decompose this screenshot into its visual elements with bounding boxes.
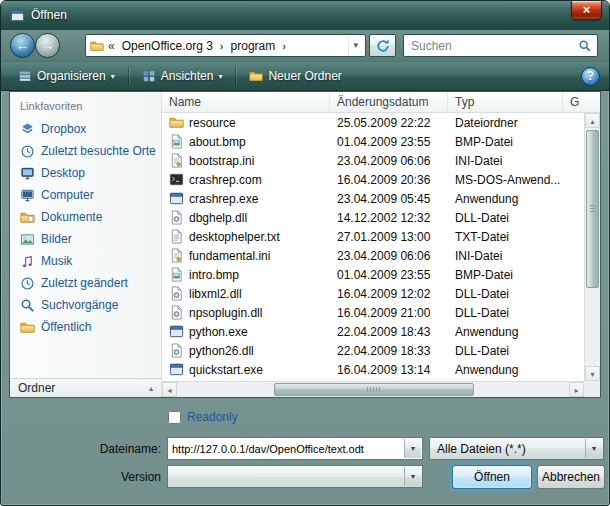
close-button[interactable]: ×	[571, 1, 602, 20]
cancel-button[interactable]: Abbrechen	[537, 465, 605, 489]
file-date: 16.04.2009 13:14	[330, 363, 448, 377]
file-name-cell: quickstart.exe	[162, 362, 330, 377]
file-row[interactable]: intro.bmp 01.04.2009 23:55 BMP-Datei	[162, 265, 584, 284]
ini-file-icon	[169, 153, 184, 168]
file-row[interactable]: python.exe 22.04.2009 18:43 Anwendung	[162, 322, 584, 341]
file-name: python26.dll	[189, 344, 254, 358]
scroll-left-arrow-icon[interactable]: ◂	[162, 382, 177, 397]
dll-file-icon	[169, 210, 184, 225]
file-row[interactable]: crashrep.com 16.04.2009 20:36 MS-DOS-Anw…	[162, 170, 584, 189]
title-bar[interactable]: Öffnen ×	[1, 1, 609, 30]
file-name: crashrep.exe	[189, 192, 258, 206]
column-header-name[interactable]: Name	[162, 92, 330, 112]
filetype-dropdown-button[interactable]: ▾	[585, 439, 602, 458]
version-dropdown-button[interactable]: ▾	[404, 467, 421, 486]
sidebar-item-documents[interactable]: Dokumente	[10, 206, 161, 228]
file-row[interactable]: desktophelper.txt 27.01.2009 13:00 TXT-D…	[162, 227, 584, 246]
file-row[interactable]: bootstrap.ini 23.04.2009 06:06 INI-Datei	[162, 151, 584, 170]
horizontal-scroll-thumb[interactable]	[274, 383, 474, 396]
file-name: python.exe	[189, 325, 248, 339]
readonly-checkbox[interactable]	[168, 411, 181, 424]
file-row[interactable]: python26.dll 22.04.2009 18:33 DLL-Datei	[162, 341, 584, 360]
toolbar-separator	[128, 67, 129, 85]
file-name-cell: desktophelper.txt	[162, 229, 330, 244]
scroll-right-arrow-icon[interactable]: ▸	[569, 382, 584, 397]
organize-label: Organisieren	[37, 69, 106, 83]
file-name: crashrep.com	[189, 173, 262, 187]
documents-icon	[20, 210, 35, 225]
sidebar-item-public[interactable]: Öffentlich	[10, 316, 161, 338]
breadcrumb[interactable]: « OpenOffice.org 3 › program › ▾	[85, 34, 366, 57]
forward-button[interactable]: →	[35, 33, 60, 58]
back-arrow-icon: ←	[16, 37, 30, 53]
chevron-down-icon: ▾	[411, 444, 415, 453]
file-row[interactable]: resource 25.05.2009 22:22 Dateiordner	[162, 113, 584, 132]
dll-file-icon	[169, 343, 184, 358]
breadcrumb-separator-icon[interactable]: ›	[219, 40, 225, 52]
vertical-scroll-thumb[interactable]	[586, 130, 599, 288]
file-name: about.bmp	[189, 135, 246, 149]
filename-dropdown-button[interactable]: ▾	[404, 439, 421, 458]
open-button[interactable]: Öffnen	[452, 465, 532, 489]
file-row[interactable]: about.bmp 01.04.2009 23:55 BMP-Datei	[162, 132, 584, 151]
search-input[interactable]	[411, 37, 571, 54]
horizontal-scrollbar[interactable]: ◂ ▸	[162, 381, 584, 397]
sidebar-item-desktop[interactable]: Desktop	[10, 162, 161, 184]
refresh-button[interactable]	[369, 34, 396, 57]
views-button[interactable]: Ansichten ▾	[134, 65, 231, 87]
file-name: intro.bmp	[189, 268, 239, 282]
file-browser-panel: Linkfavoriten Dropbox Zuletzt besuchte O…	[9, 91, 601, 398]
back-button[interactable]: ←	[10, 33, 35, 58]
readonly-label[interactable]: Readonly	[187, 410, 238, 424]
organize-button[interactable]: Organisieren ▾	[10, 65, 123, 87]
version-combobox[interactable]: ▾	[167, 465, 423, 488]
breadcrumb-history-caret-icon[interactable]: ▾	[348, 35, 362, 56]
column-header-type[interactable]: Typ	[448, 92, 563, 112]
file-list: resource 25.05.2009 22:22 Dateiordner ab…	[162, 113, 584, 381]
file-row[interactable]: fundamental.ini 23.04.2009 06:06 INI-Dat…	[162, 246, 584, 265]
sidebar-item-searches[interactable]: Suchvorgänge	[10, 294, 161, 316]
file-type: Anwendung	[448, 363, 563, 377]
dos-app-icon	[169, 172, 184, 187]
ini-file-icon	[169, 248, 184, 263]
sidebar-item-label: Zuletzt geändert	[41, 276, 128, 290]
sidebar-item-pictures[interactable]: Bilder	[10, 228, 161, 250]
file-row[interactable]: dbghelp.dll 14.12.2002 12:32 DLL-Datei	[162, 208, 584, 227]
file-type: Dateiordner	[448, 116, 563, 130]
help-button[interactable]: ?	[581, 67, 600, 86]
scroll-down-arrow-icon[interactable]: ▾	[585, 366, 600, 381]
filename-input[interactable]	[172, 440, 400, 457]
sidebar-item-dropbox[interactable]: Dropbox	[10, 118, 161, 140]
filetype-combobox[interactable]: Alle Dateien (*.*) ▾	[429, 437, 604, 460]
breadcrumb-item[interactable]: OpenOffice.org 3	[119, 39, 216, 53]
file-row[interactable]: libxml2.dll 16.04.2009 12:02 DLL-Datei	[162, 284, 584, 303]
search-box[interactable]	[403, 34, 598, 57]
column-header-size[interactable]: G	[563, 92, 600, 112]
filename-combobox[interactable]: ▾	[167, 437, 423, 460]
chevron-down-icon: ▾	[592, 444, 596, 453]
sidebar-item-recently-changed[interactable]: Zuletzt geändert	[10, 272, 161, 294]
sidebar-item-computer[interactable]: Computer	[10, 184, 161, 206]
file-row[interactable]: quickstart.exe 16.04.2009 13:14 Anwendun…	[162, 360, 584, 379]
file-date: 16.04.2009 21:00	[330, 306, 448, 320]
scroll-up-arrow-icon[interactable]: ▴	[585, 113, 600, 128]
computer-icon	[20, 188, 35, 203]
sidebar-item-label: Bilder	[41, 232, 72, 246]
search-icon[interactable]	[578, 39, 592, 53]
breadcrumb-separator-icon[interactable]: ›	[281, 40, 287, 52]
file-date: 25.05.2009 22:22	[330, 116, 448, 130]
folders-expander[interactable]: Ordner ▴	[10, 378, 162, 397]
file-row[interactable]: crashrep.exe 23.04.2009 05:45 Anwendung	[162, 189, 584, 208]
breadcrumb-item[interactable]: program	[228, 39, 279, 53]
sidebar-item-recent-places[interactable]: Zuletzt besuchte Orte	[10, 140, 161, 162]
file-row[interactable]: npsoplugin.dll 16.04.2009 21:00 DLL-Date…	[162, 303, 584, 322]
file-date: 23.04.2009 06:06	[330, 154, 448, 168]
vertical-scrollbar[interactable]: ▴ ▾	[584, 113, 600, 381]
sidebar-item-music[interactable]: Musik	[10, 250, 161, 272]
organize-icon	[18, 69, 32, 83]
new-folder-button[interactable]: Neuer Ordner	[241, 65, 349, 87]
breadcrumb-overflow-chevron[interactable]: «	[107, 39, 116, 53]
filename-label: Dateiname:	[43, 442, 161, 456]
recently-changed-icon	[20, 276, 35, 291]
column-header-date[interactable]: Änderungsdatum	[330, 92, 448, 112]
